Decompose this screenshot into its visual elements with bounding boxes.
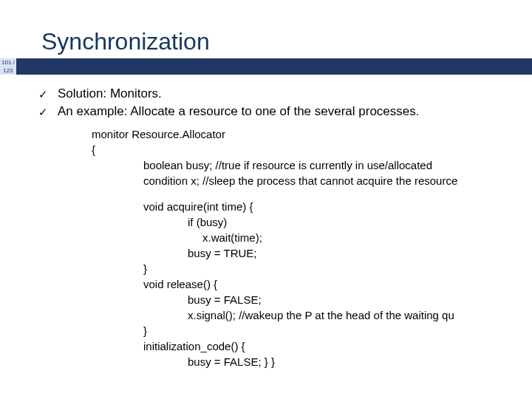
page-number: 101 / 123 bbox=[0, 58, 16, 75]
code-block: monitor Resource.Allocator { boolean bus… bbox=[34, 123, 498, 369]
code-line: busy = FALSE; } } bbox=[92, 354, 498, 369]
checkmark-icon: ✓ bbox=[38, 88, 48, 101]
code-line: x.wait(time); bbox=[92, 230, 498, 245]
bullet-text: Solution: Monitors. bbox=[58, 86, 162, 100]
code-line: } bbox=[92, 261, 498, 276]
code-line: { bbox=[92, 143, 95, 156]
bullet-text: An example: Allocate a resource to one o… bbox=[58, 104, 420, 118]
code-line: void release() { bbox=[92, 276, 498, 292]
code-line: void acquire(int time) { bbox=[92, 199, 498, 214]
header-band: 101 / 123 bbox=[0, 58, 532, 75]
code-line: busy = FALSE; bbox=[92, 292, 498, 307]
bullet-item: ✓ An example: Allocate a resource to one… bbox=[38, 104, 498, 119]
code-line: initialization_code() { bbox=[92, 338, 498, 354]
slide-title: Synchronization bbox=[0, 0, 532, 58]
code-line: x.signal(); //wakeup the P at the head o… bbox=[92, 307, 498, 323]
page-number-total: 123 bbox=[3, 66, 13, 75]
bullet-item: ✓ Solution: Monitors. bbox=[38, 86, 498, 101]
code-line: monitor Resource.Allocator bbox=[92, 128, 225, 140]
code-line: busy = TRUE; bbox=[92, 245, 498, 261]
code-line: } bbox=[92, 323, 498, 338]
page-number-current: 101 / bbox=[1, 58, 15, 66]
code-line: if (busy) bbox=[92, 214, 498, 230]
code-line: boolean busy; //true if resource is curr… bbox=[92, 157, 498, 173]
content-area: ✓ Solution: Monitors. ✓ An example: Allo… bbox=[0, 75, 532, 369]
checkmark-icon: ✓ bbox=[38, 106, 48, 119]
code-line: condition x; //sleep the process that ca… bbox=[92, 173, 498, 188]
bullet-list: ✓ Solution: Monitors. ✓ An example: Allo… bbox=[34, 86, 498, 119]
